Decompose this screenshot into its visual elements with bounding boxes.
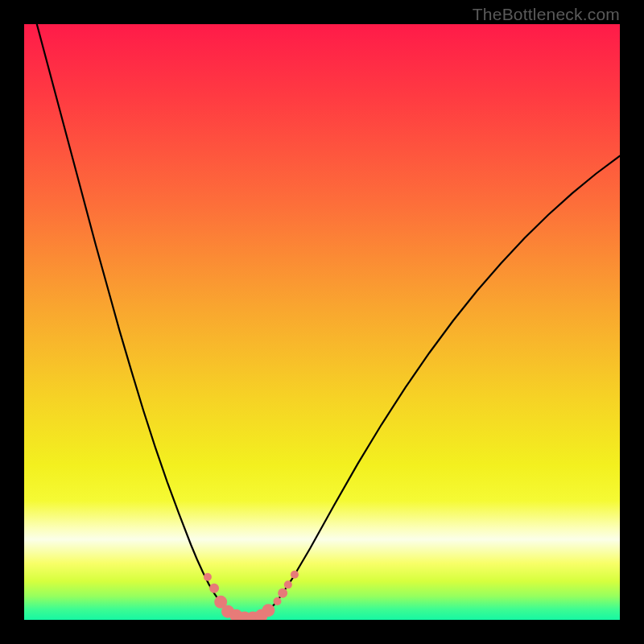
- curve-layer: [24, 24, 620, 620]
- data-marker: [278, 588, 287, 598]
- plot-area: [24, 24, 620, 620]
- data-marker: [291, 571, 299, 579]
- watermark-text: TheBottleneck.com: [473, 5, 620, 24]
- data-marker: [209, 584, 219, 593]
- marker-group: [204, 571, 299, 620]
- data-marker: [204, 573, 212, 581]
- data-marker: [262, 604, 275, 617]
- bottleneck-curve: [24, 24, 620, 618]
- data-marker: [284, 580, 292, 588]
- chart-frame: TheBottleneck.com: [0, 0, 644, 644]
- data-marker: [274, 597, 282, 605]
